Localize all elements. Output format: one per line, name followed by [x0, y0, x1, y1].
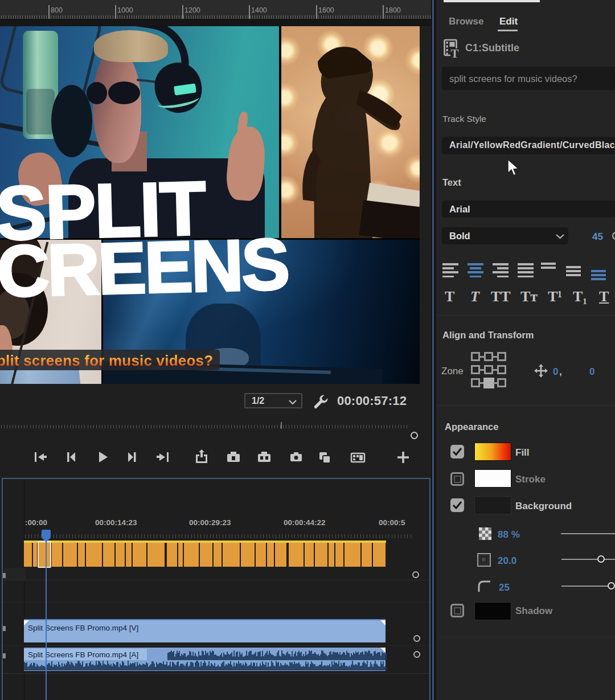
svg-text:T: T [451, 47, 459, 59]
